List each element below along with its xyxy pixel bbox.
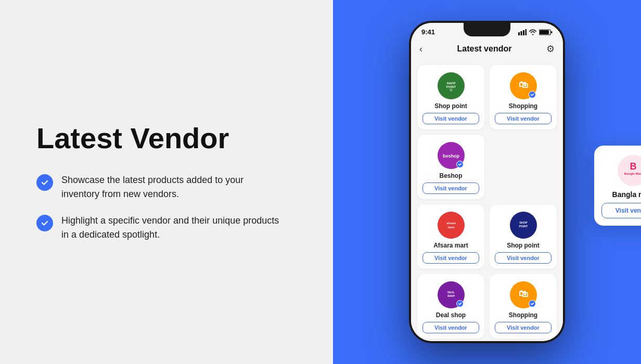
popup-vendor-name: Bangla mart (612, 190, 641, 199)
vendor-card-afsara-mart: afsaramart Afsara mart Visit vendor (417, 204, 484, 269)
check-icon-2 (36, 215, 53, 231)
vendor-card-beshop: beshop Beshop Visit vendor (417, 135, 484, 199)
feature-item-1: Showcase the latest products added to yo… (36, 173, 297, 201)
vendor-logo-shop-point-2: SHOPPOINT (510, 212, 537, 239)
visit-vendor-btn-shop-point-1[interactable]: Visit vendor (422, 113, 479, 124)
nav-title: Latest vendor (457, 44, 512, 54)
vendor-name-afsara-mart: Afsara mart (433, 242, 468, 249)
feature-list: Showcase the latest products added to yo… (36, 173, 297, 242)
vendor-logo-shopping-2: 🛍 (510, 281, 537, 308)
popup-visit-btn[interactable]: Visit vendor (601, 203, 641, 218)
svg-text:mart: mart (447, 226, 454, 229)
verified-badge-shopping-1 (529, 91, 536, 98)
vendor-logo-shop-point-1: SHOPPOINT (438, 72, 465, 99)
right-panel: 9:41 (333, 0, 641, 364)
feature-text-1: Showcase the latest products added to yo… (61, 173, 280, 201)
vendor-card-deal-shop: DEALSHOP Deal shop Visit vendor (417, 274, 484, 339)
verified-badge-deal-shop (456, 300, 464, 307)
svg-text:B: B (630, 161, 637, 172)
feature-item-2: Highlight a specific vendor and their un… (36, 214, 297, 242)
check-icon-1 (36, 174, 53, 191)
battery-icon (539, 29, 553, 35)
svg-text:Bangla Mart: Bangla Mart (624, 172, 641, 175)
signal-icon (518, 29, 527, 35)
status-icons (518, 29, 553, 35)
visit-vendor-btn-afsara-mart[interactable]: Visit vendor (422, 252, 479, 264)
vendor-name-shopping-1: Shopping (509, 102, 537, 110)
svg-text:SHOP: SHOP (446, 82, 455, 85)
vendor-card-shop-point-2: SHOPPOINT Shop point Visit vendor (490, 204, 557, 269)
svg-rect-3 (525, 29, 527, 35)
popup-logo: B Bangla Mart (618, 155, 641, 186)
svg-text:DEAL: DEAL (447, 291, 455, 294)
visit-vendor-btn-shopping-2[interactable]: Visit vendor (495, 322, 552, 333)
svg-rect-5 (540, 30, 549, 34)
nav-bar: ‹ Latest vendor ⚙ (411, 39, 563, 59)
page-title: Latest Vendor (36, 122, 297, 154)
vendor-name-shop-point-1: Shop point (434, 102, 467, 110)
svg-rect-6 (551, 31, 553, 33)
feature-text-2: Highlight a specific vendor and their un… (61, 214, 280, 242)
vendor-name-shop-point-2: Shop point (507, 242, 540, 249)
left-panel: Latest Vendor Showcase the latest produc… (0, 0, 333, 364)
svg-text:afsara: afsara (446, 222, 456, 225)
vendor-name-deal-shop: Deal shop (436, 311, 466, 319)
svg-rect-0 (518, 32, 520, 35)
svg-text:POINT: POINT (446, 85, 456, 88)
svg-text:SHOP: SHOP (447, 294, 455, 297)
verified-badge-beshop (456, 161, 464, 168)
visit-vendor-btn-shopping-1[interactable]: Visit vendor (495, 113, 552, 124)
popup-card: B Bangla Mart Bangla mart Visit vendor (594, 146, 641, 226)
vendor-logo-shopping-1: 🛍 (510, 72, 537, 99)
svg-rect-1 (521, 31, 522, 35)
phone-mockup: 9:41 (409, 21, 565, 343)
vendor-logo-afsara-mart: afsaramart (438, 212, 465, 239)
wifi-icon (529, 29, 537, 35)
visit-vendor-btn-beshop[interactable]: Visit vendor (422, 183, 479, 194)
back-button[interactable]: ‹ (419, 44, 422, 55)
phone-screen: 9:41 (411, 23, 563, 341)
vendor-card-shopping-2: 🛍 Shopping Visit vendor (490, 274, 557, 339)
svg-text:🛍: 🛍 (519, 289, 528, 299)
verified-badge-shopping-2 (529, 300, 536, 307)
vendor-logo-deal-shop: DEALSHOP (438, 281, 465, 308)
phone-notch (464, 23, 510, 36)
vendor-card-shopping-1: 🛍 Shopping Visit vendor (490, 65, 557, 129)
visit-vendor-btn-deal-shop[interactable]: Visit vendor (422, 322, 479, 333)
svg-text:POINT: POINT (519, 225, 528, 228)
vendor-grid: SHOPPOINT Shop point Visit vendor 🛍 Shop… (411, 59, 563, 341)
vendor-card-shop-point-1: SHOPPOINT Shop point Visit vendor (417, 65, 484, 129)
svg-text:🛍: 🛍 (519, 80, 528, 90)
status-time: 9:41 (421, 28, 435, 36)
vendor-name-beshop: Beshop (439, 172, 462, 179)
svg-point-15 (442, 216, 460, 235)
svg-text:SHOP: SHOP (519, 221, 528, 224)
svg-point-10 (450, 88, 453, 92)
filter-button[interactable]: ⚙ (546, 43, 555, 55)
vendor-name-shopping-2: Shopping (509, 311, 537, 319)
svg-rect-2 (523, 30, 524, 35)
visit-vendor-btn-shop-point-2[interactable]: Visit vendor (495, 252, 552, 264)
vendor-logo-beshop: beshop (438, 142, 465, 169)
svg-text:beshop: beshop (442, 153, 459, 159)
